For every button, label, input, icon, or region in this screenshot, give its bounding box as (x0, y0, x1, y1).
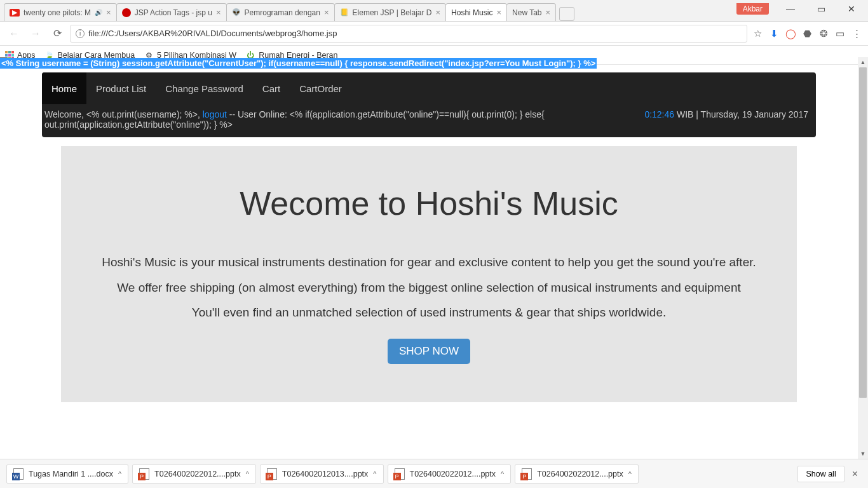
tab-jsp-action[interactable]: JSP Action Tags - jsp u × (116, 3, 227, 21)
vertical-scrollbar[interactable]: ▲ ▼ (858, 57, 868, 459)
nav-cart[interactable]: Cart (253, 72, 290, 104)
back-button[interactable]: ← (5, 25, 23, 43)
logout-link[interactable]: logout (203, 109, 227, 119)
close-icon[interactable]: × (106, 8, 111, 17)
scroll-up-arrow[interactable]: ▲ (858, 57, 868, 67)
tab-label: JSP Action Tags - jsp u (135, 8, 212, 17)
chevron-up-icon[interactable]: ^ (501, 470, 504, 478)
site-navbar: Home Product List Change Password Cart C… (42, 72, 816, 104)
chevron-up-icon[interactable]: ^ (373, 470, 376, 478)
site-container: Home Product List Change Password Cart C… (42, 72, 816, 402)
hero-p2: We offer free shipping (on almost everyt… (80, 280, 778, 296)
sub-bar: Welcome, <% out.print(username); %>, log… (42, 104, 816, 137)
site-icon: 📒 (340, 8, 349, 17)
star-icon[interactable]: ☆ (751, 28, 764, 39)
download-item[interactable]: Tugas Mandiri 1 ....docx ^ (6, 464, 128, 484)
hero-p1: Hoshi's Music is your musical instrument… (80, 254, 778, 271)
ppt-file-icon (522, 468, 532, 480)
nav-change-password[interactable]: Change Password (156, 72, 253, 104)
extension-icon[interactable]: ▭ (834, 28, 846, 39)
scroll-down-arrow[interactable]: ▼ (858, 449, 868, 459)
sound-icon[interactable]: 🔊 (95, 9, 102, 16)
download-filename: T0264002022012....pptx (410, 470, 496, 478)
tab-label: Elemen JSP | Belajar D (353, 8, 432, 17)
extension-icon[interactable]: ⬣ (801, 28, 813, 39)
close-downloads-button[interactable]: × (848, 468, 862, 480)
url-input[interactable]: i file:///C:/Users/AKBAR%20RIVALDI/Docum… (70, 25, 747, 43)
site-icon: 👽 (232, 8, 241, 17)
tab-hoshi-music[interactable]: Hoshi Music × (445, 3, 507, 21)
chevron-up-icon[interactable]: ^ (628, 470, 632, 478)
close-icon[interactable]: × (546, 8, 551, 17)
minimize-button[interactable]: — (782, 0, 799, 18)
show-all-button[interactable]: Show all (797, 466, 844, 482)
window-controls: Akbar — ▭ ✕ (736, 0, 868, 18)
tab-elemen-jsp[interactable]: 📒 Elemen JSP | Belajar D × (334, 3, 447, 21)
tab-label: New Tab (512, 8, 541, 17)
close-icon[interactable]: × (216, 8, 221, 17)
page-viewport: <% String username = (String) session.ge… (0, 57, 858, 459)
download-item[interactable]: T0264002022012....pptx ^ (515, 464, 639, 484)
close-icon[interactable]: × (324, 8, 329, 17)
time-value: 0:12:46 (644, 109, 674, 119)
download-item[interactable]: T0264002022012....pptx ^ (132, 464, 256, 484)
close-icon[interactable]: × (496, 8, 501, 17)
downloads-bar: Tugas Mandiri 1 ....docx ^ T026400202201… (0, 459, 868, 488)
site-icon (122, 8, 131, 17)
download-item[interactable]: T0264002012013....pptx ^ (260, 464, 384, 484)
opera-icon[interactable]: ◯ (784, 28, 797, 39)
ppt-file-icon (139, 468, 149, 480)
hero-p3: You'll even find an unmatched selection … (80, 304, 778, 321)
ppt-file-icon (267, 468, 277, 480)
jsp-source-leak: <% String username = (String) session.ge… (0, 58, 597, 69)
download-filename: T0264002022012....pptx (537, 470, 623, 478)
reload-button[interactable]: ⟳ (48, 25, 66, 43)
download-filename: T0264002012013....pptx (282, 470, 369, 478)
word-file-icon (13, 468, 24, 480)
close-window-button[interactable]: ✕ (843, 0, 860, 18)
menu-button[interactable]: ⋮ (850, 28, 863, 39)
welcome-text: Welcome, <% out.print(username); %>, log… (42, 109, 644, 130)
shop-now-button[interactable]: SHOP NOW (388, 339, 470, 364)
download-item[interactable]: T0264002022012....pptx ^ (388, 464, 512, 484)
user-badge[interactable]: Akbar (736, 3, 769, 15)
url-text: file:///C:/Users/AKBAR%20RIVALDI/Documen… (88, 29, 337, 38)
close-icon[interactable]: × (436, 8, 441, 17)
scroll-thumb[interactable] (859, 67, 867, 398)
hero-title: Wecome to Hoshi's Music (80, 184, 778, 222)
tz-date: WIB | Thursday, 19 January 2017 (674, 109, 808, 119)
download-filename: T0264002022012....pptx (154, 470, 241, 478)
nav-product-list[interactable]: Product List (86, 72, 156, 104)
download-filename: Tugas Mandiri 1 ....docx (29, 470, 113, 478)
tab-label: Hoshi Music (451, 8, 492, 17)
ppt-file-icon (395, 468, 405, 480)
welcome-prefix: Welcome, <% out.print(username); %>, (44, 109, 203, 119)
chevron-up-icon[interactable]: ^ (246, 470, 249, 478)
tab-new-tab[interactable]: New Tab × (506, 3, 556, 21)
datetime-text: 0:12:46 WIB | Thursday, 19 January 2017 (644, 109, 816, 130)
tab-pemrograman[interactable]: 👽 Pemrograman dengan × (226, 3, 335, 21)
tab-label: Pemrograman dengan (245, 8, 320, 17)
chevron-up-icon[interactable]: ^ (118, 470, 121, 478)
nav-home[interactable]: Home (42, 72, 86, 104)
address-bar: ← → ⟳ i file:///C:/Users/AKBAR%20RIVALDI… (0, 22, 868, 46)
nav-row: Home Product List Change Password Cart C… (42, 72, 816, 104)
extension-icon[interactable]: ❂ (817, 28, 830, 39)
maximize-button[interactable]: ▭ (812, 0, 830, 18)
new-tab-button[interactable] (559, 7, 574, 21)
forward-button[interactable]: → (27, 25, 44, 43)
nav-cart-order[interactable]: CartOrder (290, 72, 351, 104)
tab-twenty-one-pilots[interactable]: ▶ twenty one pilots: M 🔊 × (4, 3, 117, 21)
download-icon[interactable]: ⬇ (768, 28, 780, 39)
hero-section: Wecome to Hoshi's Music Hoshi's Music is… (61, 146, 797, 402)
tab-label: twenty one pilots: M (24, 8, 91, 17)
site-info-icon[interactable]: i (76, 29, 85, 38)
youtube-icon: ▶ (10, 9, 20, 17)
